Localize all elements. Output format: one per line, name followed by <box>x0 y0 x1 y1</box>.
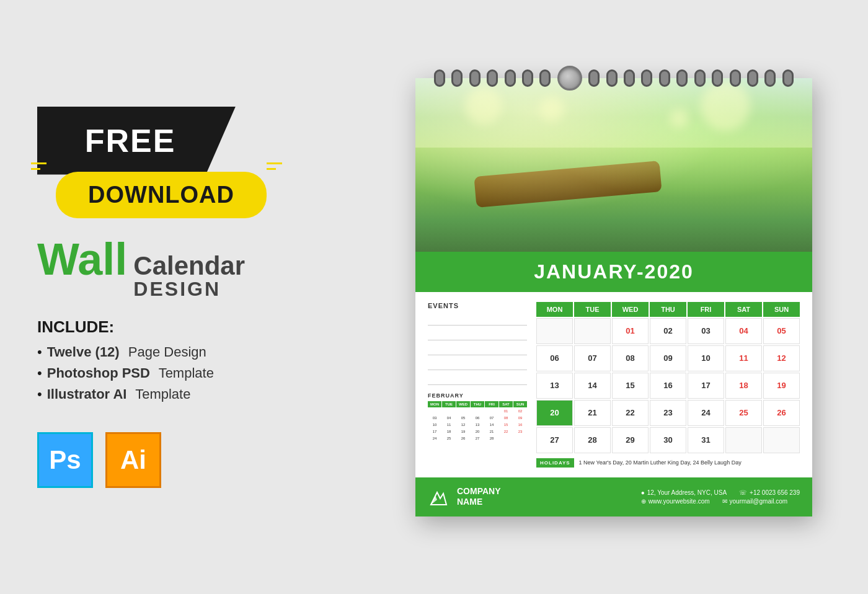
location-icon: ● <box>641 489 645 496</box>
mini-day-header: MON <box>428 401 441 407</box>
coil <box>641 69 652 87</box>
illustrator-icon-box: Ai <box>105 432 161 488</box>
mini-day: 27 <box>471 435 484 441</box>
event-line <box>428 328 527 340</box>
free-text: FREE <box>85 122 176 159</box>
email-icon: ✉ <box>722 498 727 505</box>
title-row: Wall Calendar DESIGN <box>37 237 397 299</box>
dash1 <box>31 162 46 164</box>
day-cell: 16 <box>650 373 686 399</box>
day-header: WED <box>612 302 649 317</box>
coil <box>539 69 551 87</box>
day-cell: 29 <box>612 427 649 453</box>
mini-day: 12 <box>456 422 470 428</box>
day-header: THU <box>650 302 686 317</box>
calendar-body: EVENTS FEBRUARY MONTUEWEDTHUFRISATSUN010… <box>415 292 812 477</box>
mini-day: 28 <box>485 435 498 441</box>
calendar-container: JANUARY-2020 EVENTS FEBRUARY MONTUEWEDTH… <box>415 78 812 516</box>
mini-day: 04 <box>442 415 456 421</box>
list-item: • Twelve (12) Page Design <box>37 344 397 360</box>
mini-day: 18 <box>442 428 456 435</box>
day-header: SAT <box>725 302 762 317</box>
dash-right <box>267 162 282 170</box>
mini-day <box>442 408 456 414</box>
mini-day <box>456 408 470 414</box>
bullet-1: • <box>37 344 42 360</box>
coil <box>730 69 741 87</box>
day-cell: 28 <box>574 427 611 453</box>
day-cell: 25 <box>725 400 762 426</box>
coil <box>606 69 618 87</box>
contact-info: ● 12, Your Address, NYC, USA ☏ +12 0023 … <box>641 489 800 505</box>
left-panel: FREE DOWNLOAD Wall Calendar DESIGN INCLU… <box>37 107 397 488</box>
day-cell: 27 <box>536 427 573 453</box>
download-text: DOWNLOAD <box>88 182 234 208</box>
calendar-footer: COMPANY NAME ● 12, Your Address, NYC, US… <box>415 477 812 516</box>
day-cell: 20 <box>536 400 573 426</box>
dash3 <box>267 162 282 164</box>
mini-day-header: SAT <box>499 401 513 407</box>
day-cell: 22 <box>612 400 649 426</box>
mini-day: 07 <box>485 415 498 421</box>
free-badge: FREE <box>37 107 236 175</box>
calendar-photo <box>415 78 812 252</box>
software-icons: Ps Ai <box>37 432 397 488</box>
holidays-row: HOLIDAYS 1 New Year's Day, 20 Martin Lut… <box>536 458 800 468</box>
title-wall: Wall <box>37 237 127 281</box>
mini-day: 16 <box>513 422 527 428</box>
bokeh <box>465 87 502 125</box>
day-cell: 19 <box>763 373 800 399</box>
coil <box>451 69 463 87</box>
mini-day: 09 <box>513 415 527 421</box>
dash2 <box>31 168 40 170</box>
mini-cal-title: FEBRUARY <box>428 392 527 399</box>
day-cell: 04 <box>725 318 762 344</box>
coil <box>624 69 635 87</box>
coil <box>469 69 480 87</box>
day-cell: 06 <box>536 345 573 371</box>
holidays-text: 1 New Year's Day, 20 Martin Luther King … <box>579 459 742 466</box>
item-1-bold: Twelve (12) <box>47 344 120 360</box>
day-cell <box>725 427 762 453</box>
mini-day-header: WED <box>456 401 470 407</box>
coil <box>434 69 445 87</box>
day-cell: 21 <box>574 400 611 426</box>
day-cell: 24 <box>688 400 724 426</box>
coil <box>747 69 758 87</box>
day-header: MON <box>536 302 573 317</box>
coil <box>782 69 794 87</box>
coil <box>676 69 688 87</box>
coil <box>487 69 498 87</box>
calendar-content: EVENTS FEBRUARY MONTUEWEDTHUFRISATSUN010… <box>428 302 800 468</box>
contact-row-2: ⊕ www.yourwebsite.com ✉ yourmail@gmail.c… <box>641 498 800 505</box>
mini-calendar: FEBRUARY MONTUEWEDTHUFRISATSUN0102030405… <box>428 392 527 441</box>
day-cell: 15 <box>612 373 649 399</box>
day-cell: 17 <box>688 373 724 399</box>
mini-day <box>499 435 513 441</box>
day-header: TUE <box>574 302 611 317</box>
main-grid-container: MONTUEWEDTHUFRISATSUN 010203040506070809… <box>536 302 800 468</box>
item-2-bold: Photoshop PSD <box>47 365 150 381</box>
day-cell: 31 <box>688 427 724 453</box>
mini-day <box>471 408 484 414</box>
address: ● 12, Your Address, NYC, USA <box>641 489 727 496</box>
event-line <box>428 373 527 385</box>
mini-day: 10 <box>428 422 441 428</box>
mini-day <box>428 408 441 414</box>
mini-day: 22 <box>499 428 513 435</box>
mini-day: 02 <box>513 408 527 414</box>
dash4 <box>267 168 276 170</box>
company-name: COMPANY NAME <box>457 486 501 507</box>
mini-day: 05 <box>456 415 470 421</box>
day-cell: 02 <box>650 318 686 344</box>
download-badge: DOWNLOAD <box>56 172 267 218</box>
mini-day: 15 <box>499 422 513 428</box>
mini-day: 23 <box>513 428 527 435</box>
mini-cal-grid: MONTUEWEDTHUFRISATSUN0102030405060708091… <box>428 401 527 441</box>
include-title: INCLUDE: <box>37 317 397 337</box>
mini-day-header: FRI <box>485 401 498 407</box>
coil <box>522 69 533 87</box>
mini-day: 20 <box>471 428 484 435</box>
include-section: INCLUDE: • Twelve (12) Page Design • Pho… <box>37 317 397 407</box>
title-calendar-bottom: DESIGN <box>133 279 245 299</box>
